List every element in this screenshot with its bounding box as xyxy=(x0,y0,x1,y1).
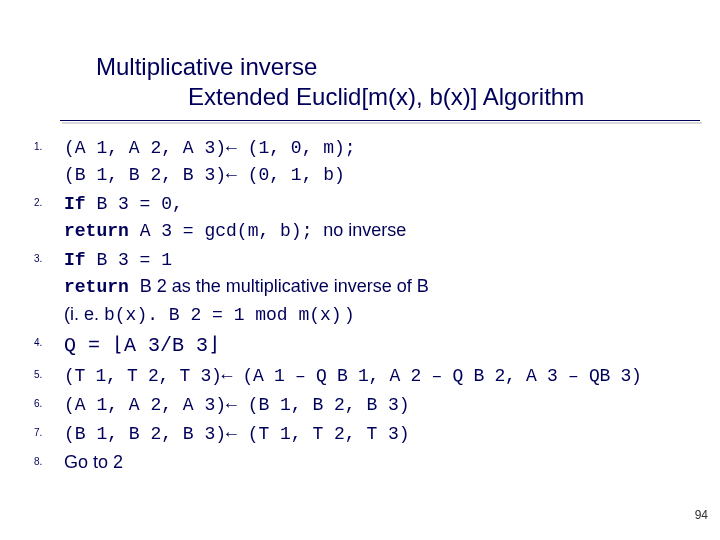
step-text: Q = ⌊A 3/B 3⌋ xyxy=(64,330,704,360)
floor-right-icon: ⌋ xyxy=(208,334,220,357)
code: (B 1, B 2, B 3) xyxy=(237,395,410,415)
slide-title: Multiplicative inverse Extended Euclid[m… xyxy=(96,52,716,112)
step-number: 6. xyxy=(34,391,64,409)
keyword-return: return xyxy=(64,277,140,297)
step-text: Go to 2 xyxy=(64,449,704,475)
step-2: 2. If B 3 = 0, return A 3 = gcd(m, b); n… xyxy=(34,190,704,244)
arrow-icon: ← xyxy=(226,138,237,158)
slide: Multiplicative inverse Extended Euclid[m… xyxy=(0,0,720,540)
code: B 3 = 0, xyxy=(96,194,182,214)
code: B 3 = 1 xyxy=(96,250,172,270)
annotation: ) xyxy=(342,304,353,324)
title-line-1: Multiplicative inverse xyxy=(96,52,716,82)
code: (T 1, T 2, T 3) xyxy=(237,424,410,444)
step-5: 5. (T 1, T 2, T 3)← (A 1 – Q B 1, A 2 – … xyxy=(34,362,704,389)
title-underline xyxy=(60,120,700,121)
page-number: 94 xyxy=(695,508,708,522)
step-text: If B 3 = 0, return A 3 = gcd(m, b); no i… xyxy=(64,190,704,244)
code: (0, 1, b) xyxy=(237,165,345,185)
code: A 3/B 3 xyxy=(124,334,208,357)
step-3: 3. If B 3 = 1 return B 2 as the multipli… xyxy=(34,246,704,327)
keyword-if: If xyxy=(64,194,96,214)
step-number: 3. xyxy=(34,246,64,264)
step-text: If B 3 = 1 return B 2 as the multiplicat… xyxy=(64,246,704,327)
step-number: 1. xyxy=(34,134,64,152)
step-7: 7. (B 1, B 2, B 3)← (T 1, T 2, T 3) xyxy=(34,420,704,447)
arrow-icon: ← xyxy=(226,395,237,415)
step-1: 1. (A 1, A 2, A 3)← (1, 0, m); (B 1, B 2… xyxy=(34,134,704,188)
step-text: (T 1, T 2, T 3)← (A 1 – Q B 1, A 2 – Q B… xyxy=(64,362,704,389)
annotation: (i. e. xyxy=(64,304,104,324)
keyword-return: return xyxy=(64,221,140,241)
step-6: 6. (A 1, A 2, A 3)← (B 1, B 2, B 3) xyxy=(34,391,704,418)
step-number: 8. xyxy=(34,449,64,467)
step-8: 8. Go to 2 xyxy=(34,449,704,475)
step-text: (A 1, A 2, A 3)← (B 1, B 2, B 3) xyxy=(64,391,704,418)
floor-left-icon: ⌊ xyxy=(112,334,124,357)
algorithm-body: 1. (A 1, A 2, A 3)← (1, 0, m); (B 1, B 2… xyxy=(34,134,704,477)
step-number: 2. xyxy=(34,190,64,208)
code: (A 1, A 2, A 3) xyxy=(64,138,226,158)
code: (T 1, T 2, T 3) xyxy=(64,366,222,386)
step-text: (B 1, B 2, B 3)← (T 1, T 2, T 3) xyxy=(64,420,704,447)
step-4: 4. Q = ⌊A 3/B 3⌋ xyxy=(34,330,704,360)
keyword-if: If xyxy=(64,250,96,270)
title-underline-shadow xyxy=(62,122,702,124)
code: (B 1, B 2, B 3) xyxy=(64,424,226,444)
title-line-2: Extended Euclid[m(x), b(x)] Algorithm xyxy=(96,82,716,112)
annotation: no inverse xyxy=(323,220,406,240)
code: b(x). B 2 = 1 mod m(x) xyxy=(104,305,342,325)
step-number: 7. xyxy=(34,420,64,438)
annotation: B 2 as the multiplicative inverse of B xyxy=(140,276,429,296)
step-number: 4. xyxy=(34,330,64,348)
code: Q = xyxy=(64,334,112,357)
arrow-icon: ← xyxy=(226,165,237,185)
arrow-icon: ← xyxy=(222,366,233,386)
step-number: 5. xyxy=(34,362,64,380)
code: (A 1, A 2, A 3) xyxy=(64,395,226,415)
code: (1, 0, m); xyxy=(237,138,356,158)
code: (A 1 – Q B 1, A 2 – Q B 2, A 3 – QB 3) xyxy=(232,366,642,386)
arrow-icon: ← xyxy=(226,424,237,444)
code: (B 1, B 2, B 3) xyxy=(64,165,226,185)
code: A 3 = gcd(m, b); xyxy=(140,221,324,241)
step-text: (A 1, A 2, A 3)← (1, 0, m); (B 1, B 2, B… xyxy=(64,134,704,188)
